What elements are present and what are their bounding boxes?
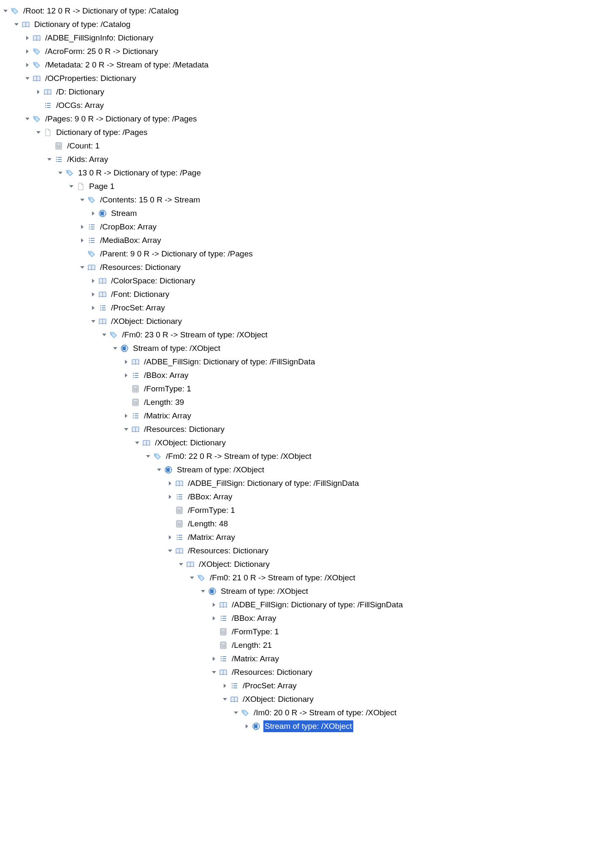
- tree-row[interactable]: /BBox: Array: [2, 612, 599, 625]
- tree-row[interactable]: /ADBE_FillSignInfo: Dictionary: [2, 31, 599, 45]
- disclosure-triangle-icon[interactable]: [46, 156, 53, 163]
- disclosure-triangle-icon[interactable]: [122, 358, 130, 366]
- disclosure-triangle-icon[interactable]: [166, 534, 174, 541]
- disclosure-triangle-icon[interactable]: [133, 439, 141, 447]
- tree-row[interactable]: /Matrix: Array: [2, 652, 599, 666]
- disclosure-triangle-icon[interactable]: [232, 709, 240, 717]
- disclosure-triangle-icon[interactable]: [177, 561, 185, 568]
- disclosure-triangle-icon[interactable]: [13, 21, 20, 28]
- disclosure-triangle-icon[interactable]: [210, 655, 218, 663]
- tree-row[interactable]: /Length: 21: [2, 639, 599, 652]
- disclosure-triangle-icon[interactable]: [35, 129, 42, 136]
- tree-row[interactable]: /CropBox: Array: [2, 220, 599, 234]
- disclosure-triangle-icon[interactable]: [24, 61, 31, 69]
- disclosure-triangle-icon[interactable]: [221, 695, 229, 703]
- disclosure-triangle-icon[interactable]: [79, 223, 86, 231]
- disclosure-triangle-icon[interactable]: [89, 318, 97, 325]
- tree-row[interactable]: /Length: 39: [2, 396, 599, 409]
- disclosure-triangle-icon[interactable]: [89, 304, 97, 312]
- disclosure-triangle-icon[interactable]: [155, 466, 163, 474]
- object-tree[interactable]: /Root: 12 0 R -> Dictionary of type: /Ca…: [0, 0, 601, 737]
- tree-row[interactable]: /XObject: Dictionary: [2, 558, 599, 571]
- disclosure-triangle-icon[interactable]: [100, 331, 108, 339]
- tree-row[interactable]: /BBox: Array: [2, 490, 599, 504]
- tree-row[interactable]: Page 1: [2, 180, 599, 193]
- tree-row[interactable]: /Font: Dictionary: [2, 288, 599, 301]
- tree-row[interactable]: /Resources: Dictionary: [2, 423, 599, 436]
- tree-row[interactable]: /XObject: Dictionary: [2, 436, 599, 450]
- tree-row[interactable]: Dictionary of type: /Pages: [2, 126, 599, 139]
- tree-row[interactable]: /FormType: 1: [2, 382, 599, 396]
- disclosure-triangle-icon[interactable]: [24, 48, 31, 55]
- tree-row[interactable]: /Root: 12 0 R -> Dictionary of type: /Ca…: [2, 4, 599, 18]
- disclosure-triangle-icon[interactable]: [89, 291, 97, 298]
- tree-row[interactable]: /BBox: Array: [2, 369, 599, 382]
- tree-row[interactable]: /ADBE_FillSign: Dictionary of type: /Fil…: [2, 355, 599, 369]
- disclosure-triangle-icon[interactable]: [210, 615, 218, 622]
- disclosure-triangle-icon[interactable]: [122, 372, 130, 379]
- disclosure-triangle-icon[interactable]: [111, 345, 119, 352]
- tree-row[interactable]: /Length: 48: [2, 517, 599, 531]
- disclosure-triangle-icon[interactable]: [188, 574, 196, 582]
- disclosure-triangle-icon[interactable]: [89, 210, 97, 217]
- tree-row[interactable]: /Count: 1: [2, 139, 599, 153]
- tree-row[interactable]: /Metadata: 2 0 R -> Stream of type: /Met…: [2, 58, 599, 72]
- disclosure-triangle-icon[interactable]: [210, 669, 218, 676]
- disclosure-triangle-icon[interactable]: [79, 196, 86, 204]
- disclosure-triangle-icon[interactable]: [122, 426, 130, 433]
- disclosure-triangle-icon[interactable]: [24, 34, 31, 42]
- disclosure-triangle-icon[interactable]: [68, 183, 75, 190]
- tree-row[interactable]: /OCGs: Array: [2, 99, 599, 112]
- tree-row[interactable]: /D: Dictionary: [2, 85, 599, 99]
- tree-row[interactable]: Stream of type: /XObject: [2, 342, 599, 355]
- disclosure-triangle-icon[interactable]: [221, 682, 229, 690]
- tree-row[interactable]: /Fm0: 23 0 R -> Stream of type: /XObject: [2, 328, 599, 342]
- tree-row[interactable]: /Resources: Dictionary: [2, 261, 599, 274]
- disclosure-triangle-icon[interactable]: [122, 412, 130, 420]
- tree-row[interactable]: Stream of type: /XObject: [2, 585, 599, 598]
- tree-row[interactable]: /MediaBox: Array: [2, 234, 599, 247]
- tree-row[interactable]: /AcroForm: 25 0 R -> Dictionary: [2, 45, 599, 58]
- disclosure-triangle-icon[interactable]: [35, 88, 42, 96]
- disclosure-triangle-icon[interactable]: [210, 601, 218, 609]
- disclosure-triangle-icon[interactable]: [166, 480, 174, 487]
- disclosure-triangle-icon[interactable]: [166, 493, 174, 501]
- disclosure-triangle-icon[interactable]: [57, 169, 64, 177]
- tree-row[interactable]: /Matrix: Array: [2, 409, 599, 423]
- disclosure-triangle-icon[interactable]: [2, 7, 9, 15]
- tree-row[interactable]: /Resources: Dictionary: [2, 666, 599, 679]
- tree-row[interactable]: /ColorSpace: Dictionary: [2, 274, 599, 288]
- tree-row[interactable]: /OCProperties: Dictionary: [2, 72, 599, 85]
- disclosure-triangle-icon[interactable]: [166, 547, 174, 555]
- tree-row[interactable]: /Parent: 9 0 R -> Dictionary of type: /P…: [2, 247, 599, 261]
- disclosure-triangle-icon[interactable]: [144, 453, 152, 460]
- tree-row[interactable]: /Im0: 20 0 R -> Stream of type: /XObject: [2, 706, 599, 720]
- tree-row[interactable]: /Matrix: Array: [2, 531, 599, 544]
- disclosure-triangle-icon[interactable]: [199, 588, 207, 595]
- tree-row[interactable]: /Resources: Dictionary: [2, 544, 599, 558]
- tree-row[interactable]: Stream: [2, 207, 599, 220]
- disclosure-triangle-icon[interactable]: [79, 264, 86, 271]
- disclosure-triangle-icon[interactable]: [89, 277, 97, 285]
- tree-row[interactable]: /Pages: 9 0 R -> Dictionary of type: /Pa…: [2, 112, 599, 126]
- disclosure-triangle-icon[interactable]: [24, 115, 31, 123]
- tree-row[interactable]: /Kids: Array: [2, 153, 599, 166]
- tree-row[interactable]: /Fm0: 22 0 R -> Stream of type: /XObject: [2, 450, 599, 463]
- tree-row[interactable]: Dictionary of type: /Catalog: [2, 18, 599, 31]
- tree-row[interactable]: 13 0 R -> Dictionary of type: /Page: [2, 166, 599, 180]
- tree-row[interactable]: /FormType: 1: [2, 625, 599, 639]
- tree-row[interactable]: /XObject: Dictionary: [2, 315, 599, 328]
- tree-row[interactable]: /FormType: 1: [2, 504, 599, 517]
- tree-row[interactable]: /Contents: 15 0 R -> Stream: [2, 193, 599, 207]
- disclosure-triangle-icon[interactable]: [79, 237, 86, 244]
- tree-row[interactable]: /ADBE_FillSign: Dictionary of type: /Fil…: [2, 477, 599, 490]
- disclosure-triangle-icon[interactable]: [24, 75, 31, 82]
- tree-row[interactable]: /ProcSet: Array: [2, 301, 599, 315]
- tree-row[interactable]: Stream of type: /XObject: [2, 720, 599, 733]
- tree-row[interactable]: /XObject: Dictionary: [2, 693, 599, 706]
- tree-row[interactable]: Stream of type: /XObject: [2, 463, 599, 477]
- tree-row[interactable]: /ADBE_FillSign: Dictionary of type: /Fil…: [2, 598, 599, 612]
- disclosure-triangle-icon[interactable]: [243, 722, 251, 730]
- tree-row[interactable]: /ProcSet: Array: [2, 679, 599, 693]
- tree-row[interactable]: /Fm0: 21 0 R -> Stream of type: /XObject: [2, 571, 599, 585]
